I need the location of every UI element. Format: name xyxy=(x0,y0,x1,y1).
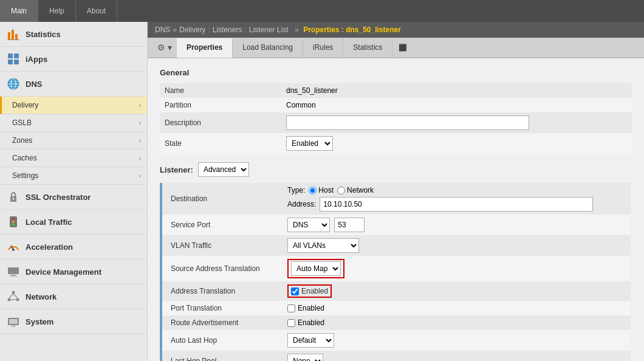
svg-rect-2 xyxy=(15,34,18,40)
sidebar-subitem-settings[interactable]: Settings › xyxy=(0,167,147,185)
route-advertisement-text: Enabled xyxy=(298,318,324,327)
sidebar-label-statistics: Statistics xyxy=(26,30,61,39)
table-row: Last Hop Pool None xyxy=(161,351,631,361)
sidebar-subitem-caches[interactable]: Caches › xyxy=(0,150,147,167)
sidebar: Statistics iApps xyxy=(0,22,148,361)
sidebar-item-acceleration[interactable]: Acceleration xyxy=(0,235,147,260)
table-row: State Enabled Disabled xyxy=(160,133,632,154)
description-label: Description xyxy=(160,112,281,133)
svg-point-24 xyxy=(12,291,15,294)
tab-statistics[interactable]: Statistics xyxy=(343,38,392,57)
tab-bar: ⚙ ▾ Properties Load Balancing iRules Sta… xyxy=(148,38,644,58)
nav-about[interactable]: About xyxy=(76,0,117,22)
top-nav: Main Help About xyxy=(0,0,644,22)
port-translation-label: Port Translation xyxy=(161,301,283,315)
type-network-option[interactable]: Network xyxy=(337,186,374,194)
sidebar-item-local-traffic[interactable]: Local Traffic xyxy=(0,210,147,235)
chevron-right-icon: › xyxy=(139,120,141,126)
name-value: dns_50_listener xyxy=(281,83,632,98)
chevron-right-icon: › xyxy=(139,102,141,109)
type-host-option[interactable]: Host xyxy=(309,186,334,194)
listener-mode-select[interactable]: Advanced Basic xyxy=(198,162,249,177)
name-label: Name xyxy=(160,83,281,98)
svg-point-16 xyxy=(12,218,15,220)
address-translation-checkbox[interactable] xyxy=(291,287,299,295)
sidebar-label-dns: DNS xyxy=(26,80,42,89)
address-translation-highlight: Enabled xyxy=(287,284,332,298)
route-advertisement-checkbox[interactable] xyxy=(287,319,295,327)
sidebar-subitem-delivery[interactable]: Delivery › xyxy=(0,97,147,114)
breadcrumb-delivery: Delivery xyxy=(179,26,205,34)
sidebar-subitem-zones[interactable]: Zones › xyxy=(0,132,147,150)
table-row: Partition Common xyxy=(160,98,632,112)
sidebar-subitem-gslb[interactable]: GSLB › xyxy=(0,114,147,132)
last-hop-pool-select[interactable]: None xyxy=(287,354,323,361)
port-translation-checkbox[interactable] xyxy=(287,304,295,312)
type-label: Type: xyxy=(287,186,305,194)
route-advertisement-checkbox-label[interactable]: Enabled xyxy=(287,318,625,327)
address-translation-checkbox-label[interactable]: Enabled xyxy=(291,287,328,295)
sidebar-item-network[interactable]: Network xyxy=(0,284,147,309)
vlan-traffic-select[interactable]: All VLANs Enabled VLANs Disabled VLANs xyxy=(287,238,359,253)
source-addr-translation-select[interactable]: Auto Map None SNAT xyxy=(291,261,341,276)
breadcrumb-highlight: Properties : dns_50_listener xyxy=(303,26,401,34)
vlan-traffic-label: VLAN Traffic xyxy=(161,235,283,256)
sidebar-dns-section: DNS Delivery › GSLB › Zones › Caches › S… xyxy=(0,72,147,185)
table-row: Route Advertisement Enabled xyxy=(161,315,631,330)
gear-icon[interactable]: ⚙ ▾ xyxy=(152,38,177,57)
external-link-icon[interactable]: ⬛ xyxy=(392,39,413,57)
svg-point-18 xyxy=(12,224,15,226)
state-label: State xyxy=(160,133,281,154)
svg-point-26 xyxy=(16,298,19,301)
svg-rect-1 xyxy=(12,30,14,40)
sidebar-item-system[interactable]: System xyxy=(0,309,147,334)
sidebar-item-dns[interactable]: DNS xyxy=(0,72,147,97)
sidebar-item-iapps[interactable]: iApps xyxy=(0,47,147,72)
gauge-icon xyxy=(6,239,21,254)
sidebar-label-system: System xyxy=(26,317,53,326)
table-row: Destination Type: Host Network xyxy=(161,183,631,215)
svg-point-14 xyxy=(13,198,15,200)
service-port-select[interactable]: DNS HTTP HTTPS xyxy=(287,218,330,232)
svg-line-28 xyxy=(13,294,18,298)
tab-irules[interactable]: iRules xyxy=(303,38,343,57)
nav-main[interactable]: Main xyxy=(0,0,38,22)
breadcrumb-listeners: Listeners xyxy=(213,26,242,34)
port-translation-checkbox-label[interactable]: Enabled xyxy=(287,304,625,312)
svg-rect-32 xyxy=(12,326,15,327)
type-host-radio[interactable] xyxy=(309,187,317,194)
chevron-right-icon: › xyxy=(139,173,141,179)
port-number-input[interactable] xyxy=(334,218,365,232)
address-input[interactable] xyxy=(320,197,593,211)
dns-icon xyxy=(6,77,21,91)
listener-title: Listener: xyxy=(160,165,193,174)
tab-load-balancing[interactable]: Load Balancing xyxy=(233,38,303,57)
svg-rect-6 xyxy=(8,60,13,64)
description-input[interactable] xyxy=(286,115,529,130)
auto-last-hop-select[interactable]: Default Enabled Disabled xyxy=(287,333,334,348)
state-select[interactable]: Enabled Disabled xyxy=(286,136,333,151)
sidebar-item-ssl-orchestrator[interactable]: SSL Orchestrator xyxy=(0,185,147,210)
sidebar-item-statistics[interactable]: Statistics xyxy=(0,22,147,47)
source-addr-translation-label: Source Address Translation xyxy=(161,256,283,281)
main-content: DNS » Delivery : Listeners : Listener Li… xyxy=(148,22,644,361)
chart-icon xyxy=(6,27,21,41)
destination-label: Destination xyxy=(161,183,283,215)
svg-rect-3 xyxy=(7,40,19,40)
sidebar-item-device-management[interactable]: Device Management xyxy=(0,260,147,284)
type-network-radio[interactable] xyxy=(337,187,345,194)
general-form-table: Name dns_50_listener Partition Common De… xyxy=(160,83,632,154)
partition-label: Partition xyxy=(160,98,281,112)
system-icon xyxy=(6,314,21,329)
svg-point-25 xyxy=(8,298,11,301)
nav-help[interactable]: Help xyxy=(38,0,76,22)
service-port-label: Service Port xyxy=(161,215,283,235)
table-row: Port Translation Enabled xyxy=(161,301,631,315)
table-row: Auto Last Hop Default Enabled Disabled xyxy=(161,330,631,351)
table-row: Source Address Translation Auto Map None… xyxy=(161,256,631,281)
address-translation-text: Enabled xyxy=(301,287,328,295)
tab-properties[interactable]: Properties xyxy=(177,38,233,58)
svg-rect-0 xyxy=(8,32,10,40)
sidebar-label-iapps: iApps xyxy=(26,55,47,64)
table-row: Name dns_50_listener xyxy=(160,83,632,98)
